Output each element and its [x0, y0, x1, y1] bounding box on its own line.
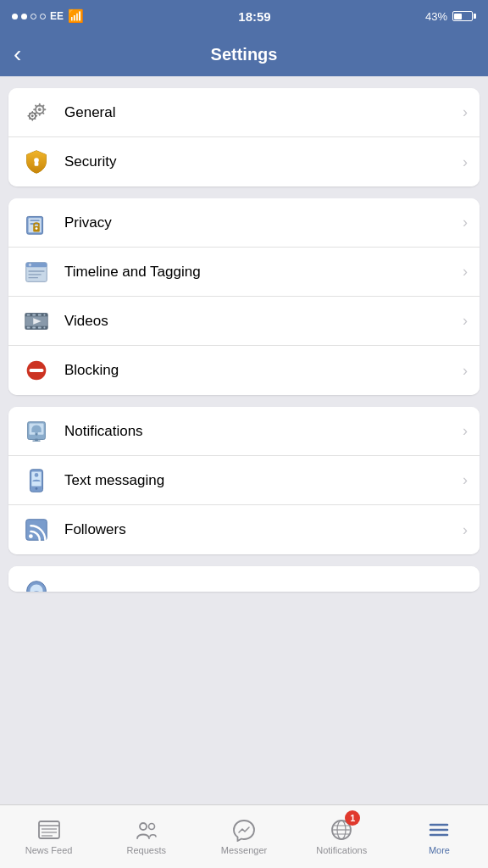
dot1: [12, 14, 18, 19]
battery-icon: [452, 11, 476, 21]
settings-item-followers[interactable]: Followers ›: [8, 505, 480, 554]
security-chevron: ›: [463, 153, 468, 171]
followers-chevron: ›: [463, 521, 468, 539]
blocking-label: Blocking: [64, 362, 463, 379]
settings-group-2: Privacy › Timeline and Tagging ›: [8, 198, 480, 395]
messenger-label: Messenger: [221, 845, 267, 855]
dot4: [40, 14, 46, 19]
videos-chevron: ›: [463, 312, 468, 330]
settings-item-timeline[interactable]: Timeline and Tagging ›: [8, 248, 480, 297]
general-chevron: ›: [463, 103, 468, 121]
status-bar: EE 📶 18:59 43%: [0, 0, 488, 32]
settings-item-videos[interactable]: Videos ›: [8, 297, 480, 346]
timeline-icon: [20, 256, 53, 288]
messenger-icon: [232, 818, 256, 842]
svg-point-51: [148, 824, 154, 830]
svg-point-11: [36, 227, 38, 230]
signal-dots: [12, 14, 46, 19]
settings-item-privacy[interactable]: Privacy ›: [8, 198, 480, 248]
shield-icon: [20, 146, 53, 178]
phone-icon: [20, 465, 53, 497]
followers-label: Followers: [64, 521, 463, 538]
svg-rect-23: [38, 314, 42, 315]
newsfeed-icon: [37, 818, 61, 842]
svg-point-1: [38, 108, 42, 111]
svg-rect-8: [30, 220, 39, 221]
tab-bar: News Feed Requests Messenger: [0, 804, 488, 868]
textmessaging-label: Text messaging: [64, 472, 463, 489]
svg-point-41: [35, 473, 39, 477]
nav-header: ‹ Settings: [0, 32, 488, 76]
more-label: More: [429, 845, 450, 855]
more-icon: [427, 818, 451, 842]
svg-point-43: [29, 534, 33, 538]
blocking-chevron: ›: [463, 362, 468, 380]
settings-item-notifications[interactable]: Notifications ›: [8, 407, 480, 456]
settings-group-1: General › Security: [8, 88, 480, 186]
security-label: Security: [64, 153, 463, 170]
film-icon: [20, 305, 53, 337]
settings-item-general[interactable]: General ›: [8, 88, 480, 137]
svg-rect-22: [32, 314, 36, 315]
videos-label: Videos: [64, 313, 463, 330]
svg-rect-25: [27, 326, 30, 328]
settings-group-3: Notifications › Text messaging ›: [8, 407, 480, 554]
svg-rect-27: [38, 326, 42, 328]
dot3: [30, 14, 36, 19]
svg-rect-31: [30, 369, 44, 372]
tab-item-requests[interactable]: Requests: [97, 805, 195, 868]
notifications-tab-label: Notifications: [316, 845, 367, 855]
notifications-badge: 1: [345, 810, 360, 826]
settings-group-4: [8, 566, 480, 592]
svg-point-3: [31, 114, 34, 117]
settings-item-security[interactable]: Security ›: [8, 137, 480, 186]
newsfeed-label: News Feed: [25, 845, 73, 855]
back-button[interactable]: ‹: [14, 42, 21, 66]
settings-item-partial[interactable]: [8, 566, 480, 592]
battery-fill: [454, 14, 462, 19]
notifications-chevron: ›: [463, 422, 468, 440]
svg-point-35: [36, 432, 38, 435]
status-right: 43%: [425, 10, 476, 23]
wifi-icon: 📶: [68, 8, 84, 24]
page-title: Settings: [211, 45, 278, 64]
battery-body: [452, 11, 473, 21]
battery-percent: 43%: [425, 10, 447, 23]
svg-rect-26: [32, 326, 36, 328]
svg-rect-5: [35, 162, 39, 166]
settings-content: General › Security: [0, 76, 488, 804]
settings-item-blocking[interactable]: Blocking ›: [8, 346, 480, 395]
svg-point-50: [140, 823, 147, 830]
tab-item-more[interactable]: More: [391, 805, 488, 868]
general-label: General: [64, 104, 463, 121]
timeline-chevron: ›: [463, 263, 468, 281]
block-icon: [20, 354, 53, 387]
rss-icon: [20, 514, 53, 546]
lock-icon: [20, 207, 53, 239]
settings-item-textmessaging[interactable]: Text messaging ›: [8, 456, 480, 505]
textmessaging-chevron: ›: [463, 471, 468, 489]
status-time: 18:59: [238, 9, 270, 24]
timeline-label: Timeline and Tagging: [64, 264, 463, 281]
requests-icon: [135, 818, 158, 842]
privacy-chevron: ›: [463, 214, 468, 231]
svg-rect-21: [27, 314, 30, 315]
notifications-label: Notifications: [64, 423, 463, 440]
partial-icon: [20, 575, 53, 592]
carrier-label: EE: [50, 10, 64, 22]
tab-item-messenger[interactable]: Messenger: [195, 805, 292, 868]
tab-item-newsfeed[interactable]: News Feed: [0, 805, 97, 868]
bell-icon: [20, 415, 53, 448]
dot2: [21, 14, 27, 19]
tab-item-notifications[interactable]: 1 Notifications: [293, 805, 391, 868]
privacy-label: Privacy: [64, 214, 463, 231]
svg-rect-24: [44, 314, 46, 315]
gear-icon: [20, 97, 53, 129]
battery-tip: [474, 14, 476, 19]
svg-rect-28: [44, 326, 46, 328]
svg-rect-37: [32, 440, 40, 441]
requests-label: Requests: [127, 845, 166, 855]
status-left: EE 📶: [12, 8, 84, 24]
svg-point-40: [36, 487, 38, 490]
